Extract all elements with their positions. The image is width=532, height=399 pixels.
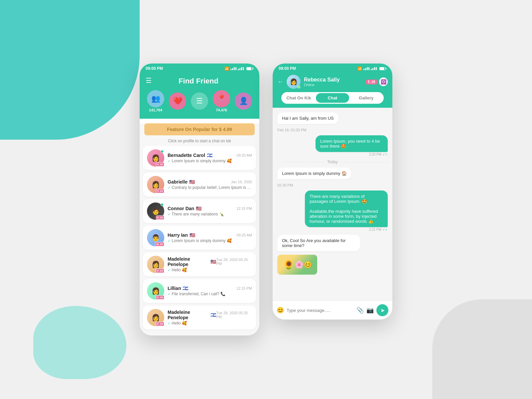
menu-icon[interactable]: ☰ bbox=[146, 76, 152, 84]
send-button[interactable]: ➤ bbox=[376, 304, 388, 316]
chat-list-item[interactable]: 👩 F, 29 Gabrielle 🇺🇸 Jan 19, 2020 ✓ Cont… bbox=[143, 173, 256, 197]
age-badge: M, 29 bbox=[155, 242, 164, 246]
age-badge: F, 29 bbox=[156, 269, 164, 273]
attach-button[interactable]: 📎 bbox=[356, 307, 364, 314]
image-preview: 🌻🌸😊 bbox=[277, 255, 317, 275]
tab-chat-on-kik[interactable]: Chat On Kik bbox=[282, 93, 315, 103]
location-icon: 📍 bbox=[217, 94, 226, 103]
hint-text: Click on profile to start a chat on kik bbox=[140, 139, 259, 143]
message-sent-wrapper: Lorem Ipsum, you need to 4 be sure there… bbox=[291, 135, 388, 156]
online-indicator bbox=[297, 85, 300, 88]
chat-name: Bernadette Carol 🇮🇱 bbox=[168, 153, 212, 158]
check-icon: ✓ bbox=[168, 321, 171, 325]
chat-list-item[interactable]: 👩 F, 29 Madeleine Penelope 🇮🇱 Tue 28, 20… bbox=[143, 306, 256, 330]
chat-list-item[interactable]: 👩 F, 29 Bernadette Carol 🇮🇱 09:25 AM ✓ L… bbox=[143, 146, 256, 170]
page-title: Find Friend bbox=[179, 77, 218, 85]
chat-input-row: 😊 📎 📷 ➤ bbox=[273, 301, 392, 320]
chat-time: 12:15 PM bbox=[236, 206, 252, 210]
chat-time: Jan 19, 2020 bbox=[231, 180, 252, 184]
chat-name: Lillian 🇮🇱 bbox=[168, 286, 188, 291]
chat-name-row: Madeleine Penelope 🇮🇱 Tue 28, 2020 05:25… bbox=[168, 310, 252, 320]
header-badges: F, 29 ✡️ bbox=[366, 77, 388, 86]
message-input[interactable] bbox=[287, 308, 354, 313]
heart-icon: ❤️ bbox=[173, 97, 182, 105]
wifi-icon: 📶 bbox=[224, 66, 229, 71]
signal-bar bbox=[230, 67, 236, 70]
tab-row: Chat On Kik Chat Gallery bbox=[281, 92, 384, 104]
chat-name-row: Connor Dan 🇺🇸 12:15 PM bbox=[168, 206, 252, 211]
message-time: 2:31 PM ✓✓ bbox=[369, 228, 388, 231]
chat-list-item[interactable]: 👨 M, 29 Harry Ian 🇺🇸 09:25 AM ✓ Lorem Ip… bbox=[143, 226, 256, 250]
chat-preview: ✓ Lorem Ipsum is simply dummy 🥰 bbox=[168, 238, 252, 243]
people-icon: 👥 bbox=[151, 94, 160, 103]
location-btn[interactable]: 📍 bbox=[213, 90, 230, 107]
back-button[interactable]: ← bbox=[277, 78, 283, 85]
person-btn[interactable]: 👤 bbox=[235, 92, 252, 110]
contact-avatar-wrap: 👩 bbox=[287, 75, 301, 89]
flag-icon: 🇺🇸 bbox=[190, 232, 195, 238]
send-icon: ➤ bbox=[380, 307, 385, 314]
flag-icon: 🇮🇱 bbox=[183, 286, 188, 291]
feature-banner[interactable]: Feature On Popular for $ 4.99 bbox=[144, 123, 255, 135]
message-timestamp: Feb 18, 01:03 PM bbox=[277, 128, 388, 132]
tab-gallery[interactable]: Gallery bbox=[350, 93, 383, 103]
list-icon: ☰ bbox=[196, 97, 203, 105]
flag-icon: 🇺🇸 bbox=[210, 259, 216, 264]
list-btn[interactable]: ☰ bbox=[191, 92, 208, 110]
signal-bar2 bbox=[238, 67, 244, 70]
flag-icon: 🇮🇱 bbox=[210, 312, 216, 318]
avatar-wrap: 👩 F, 29 bbox=[147, 149, 164, 167]
chat-time: Tue 28, 2020 05:25 PM bbox=[216, 311, 252, 319]
tab-chat[interactable]: Chat bbox=[316, 93, 349, 103]
bg-decoration-teal2 bbox=[33, 306, 126, 379]
chat-phone: 09:00 PM 📶 ← 👩 bbox=[273, 64, 392, 320]
chat-name: Connor Dan 🇺🇸 bbox=[168, 206, 201, 211]
message-received: Lorem Ipsum is simply dummy 🏠 bbox=[277, 168, 351, 179]
chat-name-row: Bernadette Carol 🇮🇱 09:25 AM bbox=[168, 153, 252, 158]
age-badge: F, 29 bbox=[156, 189, 164, 193]
message-sent: There are many variations of passages of… bbox=[305, 191, 388, 227]
chat-info: Connor Dan 🇺🇸 12:15 PM ✓ There are many … bbox=[168, 206, 252, 216]
chat-list: 👩 F, 29 Bernadette Carol 🇮🇱 09:25 AM ✓ L… bbox=[140, 146, 259, 330]
flag-icon: 🇺🇸 bbox=[189, 179, 195, 185]
wifi-icon-right: 📶 bbox=[357, 66, 362, 71]
date-divider: Today bbox=[277, 160, 388, 164]
heart-btn[interactable]: ❤️ bbox=[169, 92, 186, 110]
count-right: 74,476 bbox=[216, 108, 227, 112]
chat-list-item[interactable]: 👩 F, 29 Lillian 🇮🇱 12:15 PM ✓ File trans… bbox=[143, 279, 256, 303]
chat-preview: ✓ Hello 🥰 bbox=[168, 321, 252, 326]
avatar-wrap: 👩 F, 29 bbox=[147, 309, 164, 326]
emoji-button[interactable]: 😊 bbox=[277, 307, 284, 314]
person-icon: 👤 bbox=[239, 97, 248, 105]
check-icon: ✓ bbox=[168, 239, 171, 243]
phone-body-left: Feature On Popular for $ 4.99 Click on p… bbox=[140, 123, 259, 335]
message-received: Hai I am Sally, am from US bbox=[277, 112, 338, 124]
flag-badge: ✡️ bbox=[379, 77, 388, 86]
status-bar-right: 09:00 PM 📶 bbox=[273, 64, 392, 72]
chat-preview: ✓ Lorem Ipsum is simply dummy 🥰 bbox=[168, 159, 252, 163]
flag-icon: 🇮🇱 bbox=[207, 153, 212, 158]
contact-info: Rebecca Sally Online bbox=[304, 77, 362, 87]
camera-button[interactable]: 📷 bbox=[366, 307, 374, 314]
check-icon: ✓ bbox=[168, 268, 171, 272]
check-icon: ✓ bbox=[168, 212, 171, 216]
chat-name-row: Lillian 🇮🇱 12:15 PM bbox=[168, 286, 252, 291]
chat-preview: ✓ Hello 🥰 bbox=[168, 268, 252, 272]
chat-name: Gabrielle 🇺🇸 bbox=[168, 179, 195, 185]
chat-info: Bernadette Carol 🇮🇱 09:25 AM ✓ Lorem Ips… bbox=[168, 153, 252, 163]
check-icon: ✓ bbox=[168, 292, 171, 296]
left-header: ☰ Find Friend 👥 141,764 ❤️ ☰ bbox=[140, 72, 259, 119]
contact-status: Online bbox=[304, 83, 362, 87]
age-badge: F, 29 bbox=[156, 215, 164, 220]
chat-name-row: Madeleine Penelope 🇺🇸 Tue 28, 2020 05:25… bbox=[168, 256, 252, 267]
message-sent-wrapper: There are many variations of passages of… bbox=[277, 191, 388, 231]
chat-list-item[interactable]: 👩 F, 29 Madeleine Penelope 🇺🇸 Tue 28, 20… bbox=[143, 252, 256, 276]
bg-decoration-gray bbox=[432, 299, 532, 399]
status-icons-left: 📶 bbox=[223, 66, 253, 71]
chat-body: Hai I am Sally, am from USFeb 18, 01:03 … bbox=[273, 108, 392, 301]
signal-bar-right2 bbox=[371, 67, 377, 70]
time-left: 09:00 PM bbox=[146, 66, 163, 71]
chat-list-item[interactable]: 🧑 F, 29 Connor Dan 🇺🇸 12:15 PM ✓ There a… bbox=[143, 199, 256, 223]
avatar-wrap: 👩 F, 29 bbox=[147, 176, 164, 193]
people-icon-btn[interactable]: 👥 bbox=[147, 90, 164, 107]
